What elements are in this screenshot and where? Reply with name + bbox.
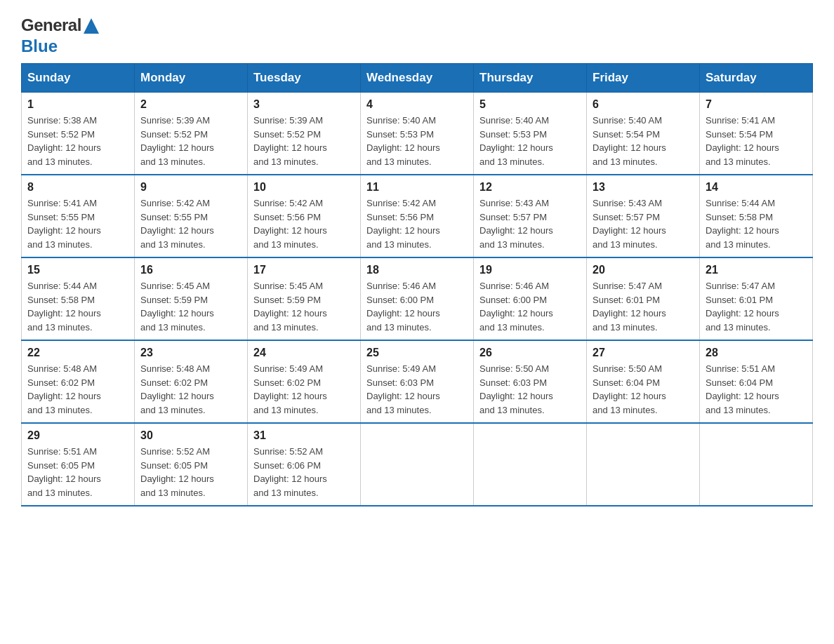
day-number: 3 (253, 98, 355, 111)
day-info: Sunrise: 5:51 AMSunset: 6:04 PMDaylight:… (706, 363, 779, 415)
day-number: 26 (479, 347, 581, 359)
day-number: 17 (253, 264, 355, 276)
day-number: 23 (140, 347, 241, 359)
day-number: 16 (140, 264, 241, 276)
day-info: Sunrise: 5:48 AMSunset: 6:02 PMDaylight:… (27, 363, 101, 415)
table-row (700, 423, 813, 506)
day-number: 5 (479, 98, 581, 111)
table-row: 23Sunrise: 5:48 AMSunset: 6:02 PMDayligh… (135, 340, 248, 423)
table-row: 12Sunrise: 5:43 AMSunset: 5:57 PMDayligh… (474, 175, 587, 257)
page-header: General Blue (21, 14, 813, 56)
day-number: 1 (27, 98, 128, 111)
day-info: Sunrise: 5:40 AMSunset: 5:53 PMDaylight:… (366, 115, 440, 167)
day-number: 21 (706, 264, 807, 276)
day-info: Sunrise: 5:40 AMSunset: 5:53 PMDaylight:… (479, 115, 553, 167)
day-info: Sunrise: 5:42 AMSunset: 5:56 PMDaylight:… (253, 198, 327, 250)
day-number: 4 (366, 98, 468, 111)
day-number: 20 (593, 264, 694, 276)
day-info: Sunrise: 5:46 AMSunset: 6:00 PMDaylight:… (479, 281, 553, 333)
day-info: Sunrise: 5:52 AMSunset: 6:05 PMDaylight:… (140, 446, 214, 498)
header-thursday: Thursday (474, 64, 587, 93)
day-info: Sunrise: 5:38 AMSunset: 5:52 PMDaylight:… (27, 115, 101, 167)
day-number: 25 (366, 347, 468, 359)
header-saturday: Saturday (700, 64, 813, 93)
table-row (474, 423, 587, 506)
table-row: 16Sunrise: 5:45 AMSunset: 5:59 PMDayligh… (135, 257, 248, 340)
day-info: Sunrise: 5:39 AMSunset: 5:52 PMDaylight:… (140, 115, 214, 167)
table-row: 10Sunrise: 5:42 AMSunset: 5:56 PMDayligh… (248, 175, 361, 257)
table-row: 24Sunrise: 5:49 AMSunset: 6:02 PMDayligh… (248, 340, 361, 423)
day-info: Sunrise: 5:52 AMSunset: 6:06 PMDaylight:… (253, 446, 327, 498)
table-row: 27Sunrise: 5:50 AMSunset: 6:04 PMDayligh… (587, 340, 700, 423)
day-info: Sunrise: 5:47 AMSunset: 6:01 PMDaylight:… (593, 281, 666, 333)
table-row: 8Sunrise: 5:41 AMSunset: 5:55 PMDaylight… (22, 175, 135, 257)
header-tuesday: Tuesday (248, 64, 361, 93)
day-info: Sunrise: 5:44 AMSunset: 5:58 PMDaylight:… (27, 281, 101, 333)
table-row: 9Sunrise: 5:42 AMSunset: 5:55 PMDaylight… (135, 175, 248, 257)
day-info: Sunrise: 5:43 AMSunset: 5:57 PMDaylight:… (479, 198, 553, 250)
table-row: 3Sunrise: 5:39 AMSunset: 5:52 PMDaylight… (248, 93, 361, 175)
day-number: 13 (593, 181, 694, 194)
day-info: Sunrise: 5:45 AMSunset: 5:59 PMDaylight:… (140, 281, 214, 333)
table-row: 14Sunrise: 5:44 AMSunset: 5:58 PMDayligh… (700, 175, 813, 257)
table-row: 18Sunrise: 5:46 AMSunset: 6:00 PMDayligh… (361, 257, 474, 340)
table-row: 4Sunrise: 5:40 AMSunset: 5:53 PMDaylight… (361, 93, 474, 175)
table-row: 5Sunrise: 5:40 AMSunset: 5:53 PMDaylight… (474, 93, 587, 175)
day-info: Sunrise: 5:42 AMSunset: 5:55 PMDaylight:… (140, 198, 214, 250)
table-row: 25Sunrise: 5:49 AMSunset: 6:03 PMDayligh… (361, 340, 474, 423)
day-info: Sunrise: 5:43 AMSunset: 5:57 PMDaylight:… (593, 198, 666, 250)
table-row: 19Sunrise: 5:46 AMSunset: 6:00 PMDayligh… (474, 257, 587, 340)
logo-triangle-icon (84, 18, 99, 36)
day-info: Sunrise: 5:44 AMSunset: 5:58 PMDaylight:… (706, 198, 779, 250)
table-row: 21Sunrise: 5:47 AMSunset: 6:01 PMDayligh… (700, 257, 813, 340)
table-row (587, 423, 700, 506)
day-info: Sunrise: 5:47 AMSunset: 6:01 PMDaylight:… (706, 281, 779, 333)
day-number: 14 (706, 181, 807, 194)
day-number: 10 (253, 181, 355, 194)
table-row: 11Sunrise: 5:42 AMSunset: 5:56 PMDayligh… (361, 175, 474, 257)
logo-general-text: General (21, 15, 81, 35)
day-info: Sunrise: 5:49 AMSunset: 6:03 PMDaylight:… (366, 363, 440, 415)
table-row: 7Sunrise: 5:41 AMSunset: 5:54 PMDaylight… (700, 93, 813, 175)
day-info: Sunrise: 5:42 AMSunset: 5:56 PMDaylight:… (366, 198, 440, 250)
header-friday: Friday (587, 64, 700, 93)
day-info: Sunrise: 5:48 AMSunset: 6:02 PMDaylight:… (140, 363, 214, 415)
day-number: 6 (593, 98, 694, 111)
table-row: 29Sunrise: 5:51 AMSunset: 6:05 PMDayligh… (22, 423, 135, 506)
day-number: 19 (479, 264, 581, 276)
table-row: 30Sunrise: 5:52 AMSunset: 6:05 PMDayligh… (135, 423, 248, 506)
day-info: Sunrise: 5:51 AMSunset: 6:05 PMDaylight:… (27, 446, 101, 498)
table-row: 17Sunrise: 5:45 AMSunset: 5:59 PMDayligh… (248, 257, 361, 340)
table-row: 6Sunrise: 5:40 AMSunset: 5:54 PMDaylight… (587, 93, 700, 175)
day-number: 2 (140, 98, 241, 111)
day-number: 8 (27, 181, 128, 194)
day-number: 28 (706, 347, 807, 359)
table-row: 15Sunrise: 5:44 AMSunset: 5:58 PMDayligh… (22, 257, 135, 340)
table-row: 1Sunrise: 5:38 AMSunset: 5:52 PMDaylight… (22, 93, 135, 175)
calendar-body: 1Sunrise: 5:38 AMSunset: 5:52 PMDaylight… (22, 93, 813, 507)
day-number: 30 (140, 429, 241, 442)
calendar-table: Sunday Monday Tuesday Wednesday Thursday… (21, 63, 813, 507)
table-row: 22Sunrise: 5:48 AMSunset: 6:02 PMDayligh… (22, 340, 135, 423)
day-info: Sunrise: 5:41 AMSunset: 5:54 PMDaylight:… (706, 115, 779, 167)
header-sunday: Sunday (22, 64, 135, 93)
day-number: 15 (27, 264, 128, 276)
day-info: Sunrise: 5:50 AMSunset: 6:04 PMDaylight:… (593, 363, 666, 415)
day-number: 11 (366, 181, 468, 194)
table-row: 26Sunrise: 5:50 AMSunset: 6:03 PMDayligh… (474, 340, 587, 423)
day-number: 12 (479, 181, 581, 194)
header-wednesday: Wednesday (361, 64, 474, 93)
day-number: 18 (366, 264, 468, 276)
logo-blue-text: Blue (21, 36, 58, 55)
day-number: 22 (27, 347, 128, 359)
table-row: 2Sunrise: 5:39 AMSunset: 5:52 PMDaylight… (135, 93, 248, 175)
day-info: Sunrise: 5:50 AMSunset: 6:03 PMDaylight:… (479, 363, 553, 415)
day-info: Sunrise: 5:40 AMSunset: 5:54 PMDaylight:… (593, 115, 666, 167)
day-number: 29 (27, 429, 128, 442)
table-row: 13Sunrise: 5:43 AMSunset: 5:57 PMDayligh… (587, 175, 700, 257)
day-number: 24 (253, 347, 355, 359)
header-monday: Monday (135, 64, 248, 93)
day-number: 31 (253, 429, 355, 442)
svg-marker-0 (84, 18, 99, 34)
table-row (361, 423, 474, 506)
